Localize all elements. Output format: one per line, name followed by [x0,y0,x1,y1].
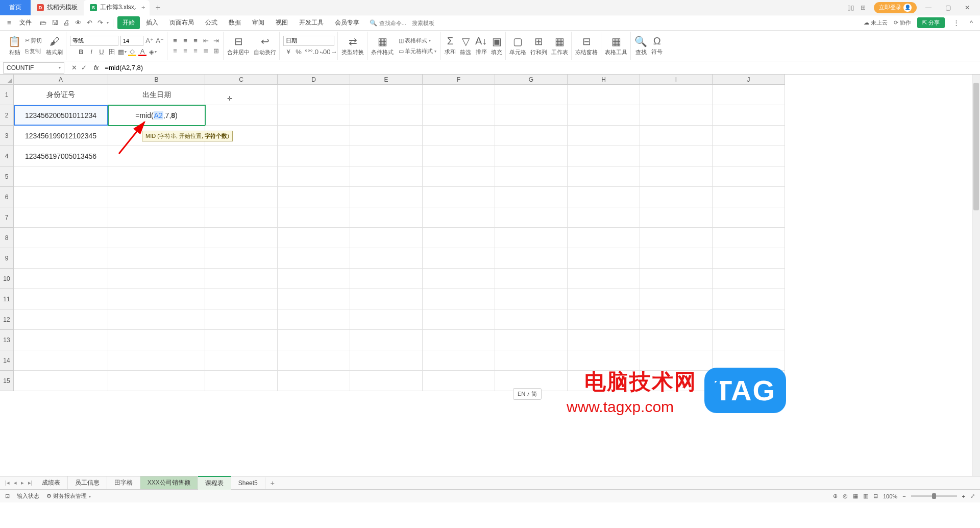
cell-D6[interactable] [278,187,350,207]
cell-J1[interactable] [713,85,785,105]
col-header-G[interactable]: G [495,75,568,85]
col-header-H[interactable]: H [568,75,640,85]
row-header-8[interactable]: 8 [0,228,14,248]
col-header-J[interactable]: J [713,75,785,85]
cell-F3[interactable] [423,126,495,146]
redo-icon[interactable]: ↷ [95,19,105,27]
cell-A1[interactable]: 身份证号 [14,85,108,105]
grid-icon[interactable]: ⊞ [861,4,870,11]
paste-button[interactable]: 📋 粘贴 [8,35,21,56]
more-icon[interactable]: ⋮ [951,19,962,27]
cell-E5[interactable] [350,166,423,187]
cell-G4[interactable] [495,146,568,166]
cell-F12[interactable] [423,309,495,330]
cell-I9[interactable] [640,248,713,269]
cell-G5[interactable] [495,166,568,187]
cell-F4[interactable] [423,146,495,166]
number-format-select[interactable] [283,36,334,46]
sheet-nav-next-icon[interactable]: ▸ [19,479,26,486]
menu-tab-start[interactable]: 开始 [117,16,140,29]
cell-F9[interactable] [423,248,495,269]
cell-I5[interactable] [640,166,713,187]
cell-D5[interactable] [278,166,350,187]
cell-F15[interactable] [423,371,495,391]
cell-G13[interactable] [495,330,568,350]
cell-F6[interactable] [423,187,495,207]
preview-icon[interactable]: 👁 [73,19,84,27]
format-painter-button[interactable]: 🖌 格式刷 [46,36,63,56]
cell-E15[interactable] [350,371,423,391]
cell-J13[interactable] [713,330,785,350]
menu-tab-insert[interactable]: 插入 [141,16,163,29]
cell-A4[interactable]: 123456197005013456 [14,146,108,166]
cell-B9[interactable] [108,248,205,269]
cell-E1[interactable] [350,85,423,105]
fullscreen-icon[interactable]: ⤢ [970,493,975,499]
table-style-button[interactable]: ◫表格样式▾ [398,36,437,45]
cell-B5[interactable] [108,166,205,187]
vertical-scrollbar[interactable] [972,75,980,476]
cell-E10[interactable] [350,269,423,289]
increase-decimal-icon[interactable]: .00→ [325,48,333,56]
cell-J10[interactable] [713,269,785,289]
align-top-icon[interactable]: ≡ [171,37,179,45]
cell-F2[interactable] [423,105,495,126]
cell-I2[interactable] [640,105,713,126]
cell-I12[interactable] [640,309,713,330]
close-icon[interactable]: + [141,4,145,11]
cell-D14[interactable] [278,350,350,371]
cell-H6[interactable] [568,187,640,207]
fill-button[interactable]: ▣填充 [491,35,502,56]
cell-F5[interactable] [423,166,495,187]
cell-G12[interactable] [495,309,568,330]
cell-C4[interactable] [205,146,278,166]
cell-B7[interactable] [108,207,205,228]
cell-A15[interactable] [14,371,108,391]
cell-D11[interactable] [278,289,350,309]
cell-A10[interactable] [14,269,108,289]
cell-E8[interactable] [350,228,423,248]
cell-button[interactable]: ▢单元格 [509,35,526,56]
cell-B6[interactable] [108,187,205,207]
row-header-7[interactable]: 7 [0,207,14,228]
cell-H1[interactable] [568,85,640,105]
cell-E11[interactable] [350,289,423,309]
cell-D15[interactable] [278,371,350,391]
cell-A6[interactable] [14,187,108,207]
cell-F11[interactable] [423,289,495,309]
col-header-F[interactable]: F [423,75,495,85]
search-command[interactable]: 🔍 [370,19,443,27]
cell-A3[interactable]: 123456199012102345 [14,126,108,146]
close-button[interactable]: ✕ [960,2,975,14]
cell-H12[interactable] [568,309,640,330]
row-header-13[interactable]: 13 [0,330,14,350]
sum-button[interactable]: Σ求和 [445,35,456,56]
sort-button[interactable]: A↓排序 [475,35,487,56]
file-menu[interactable]: 文件 [14,18,37,27]
row-header-4[interactable]: 4 [0,146,14,166]
clear-format-icon[interactable]: ◈▾ [149,48,157,56]
row-header-2[interactable]: 2 [0,105,14,126]
cell-D3[interactable] [278,126,350,146]
row-header-9[interactable]: 9 [0,248,14,269]
cell-I4[interactable] [640,146,713,166]
cell-C5[interactable] [205,166,278,187]
sheet-nav-first-icon[interactable]: |◂ [3,479,12,486]
cell-H4[interactable] [568,146,640,166]
cell-J2[interactable] [713,105,785,126]
cell-D7[interactable] [278,207,350,228]
cell-B10[interactable] [108,269,205,289]
name-box-dropdown-icon[interactable]: ▾ [59,65,61,70]
tab-workbook[interactable]: S 工作簿3.xlsx ⌄ + [84,0,150,15]
cell-G8[interactable] [495,228,568,248]
cell-A5[interactable] [14,166,108,187]
cell-D1[interactable] [278,85,350,105]
cell-G7[interactable] [495,207,568,228]
cell-H2[interactable] [568,105,640,126]
cell-B12[interactable] [108,309,205,330]
filter-button[interactable]: ▽筛选 [460,35,471,56]
cell-G11[interactable] [495,289,568,309]
cut-button[interactable]: ✂剪切 [24,36,43,45]
scrollbar-thumb[interactable] [973,83,979,210]
formula-input[interactable] [102,64,980,71]
